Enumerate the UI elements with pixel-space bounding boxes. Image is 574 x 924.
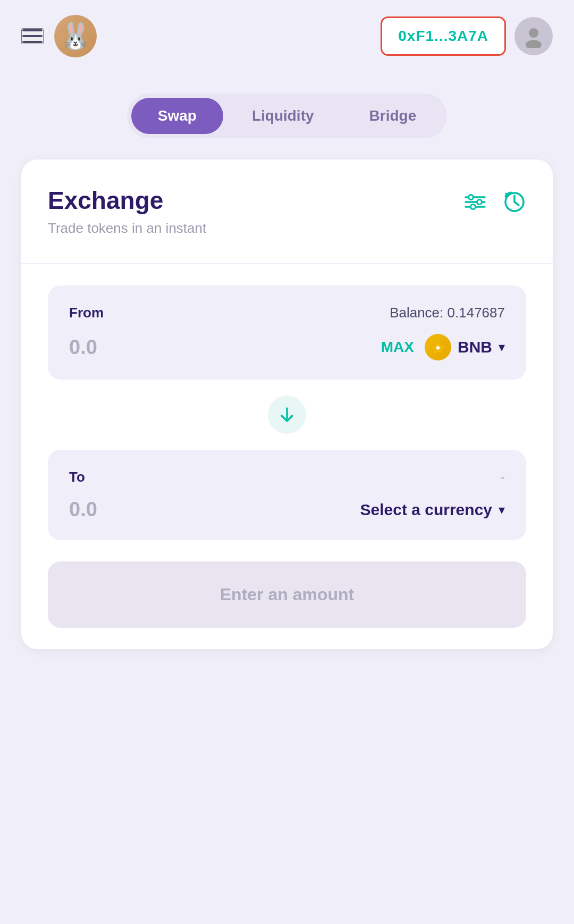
settings-button[interactable] [463, 190, 487, 214]
bnb-token-name: BNB [458, 338, 492, 356]
history-button[interactable] [503, 190, 526, 214]
tab-navigation: Swap Liquidity Bridge [127, 94, 447, 138]
swap-section: From Balance: 0.147687 MAX [48, 264, 526, 649]
settings-icon [463, 190, 487, 214]
select-currency-text: Select a currency [360, 501, 492, 519]
to-label: To [69, 469, 85, 485]
svg-text:◆: ◆ [435, 345, 441, 350]
from-amount-input[interactable] [69, 336, 133, 359]
bnb-token-selector[interactable]: ◆ BNB ▾ [425, 334, 505, 360]
exchange-subtitle: Trade tokens in an instant [48, 220, 463, 237]
to-amount: 0.0 [69, 498, 97, 521]
max-button[interactable]: MAX [381, 339, 414, 356]
enter-amount-button[interactable]: Enter an amount [48, 561, 526, 628]
exchange-title-section: Exchange Trade tokens in an instant [48, 186, 463, 237]
history-icon [503, 190, 526, 214]
bnb-icon: ◆ [425, 334, 451, 360]
to-token-header: To - [69, 469, 505, 485]
from-balance: Balance: 0.147687 [390, 305, 505, 321]
hamburger-menu[interactable] [21, 28, 44, 44]
from-token-right: MAX ◆ BNB ▾ [381, 334, 505, 360]
exchange-title: Exchange [48, 186, 463, 215]
svg-point-1 [526, 40, 542, 48]
from-token-header: From Balance: 0.147687 [69, 305, 505, 321]
to-token-body: 0.0 Select a currency ▾ [69, 498, 505, 521]
swap-arrow-container [48, 380, 526, 450]
from-token-body: MAX ◆ BNB ▾ [69, 334, 505, 360]
wallet-address-text: 0xF1...3A7A [398, 28, 488, 44]
exchange-card: Exchange Trade tokens in an instant [21, 159, 553, 649]
wallet-address-button[interactable]: 0xF1...3A7A [381, 16, 506, 56]
header-left [21, 15, 97, 57]
tab-swap[interactable]: Swap [131, 98, 223, 134]
svg-point-6 [477, 200, 482, 205]
header-right: 0xF1...3A7A [381, 16, 553, 56]
exchange-header: Exchange Trade tokens in an instant [48, 186, 526, 237]
main-content: Exchange Trade tokens in an instant [0, 159, 574, 649]
from-label: From [69, 305, 104, 321]
from-chevron-icon: ▾ [499, 340, 505, 355]
arrow-down-icon [277, 405, 297, 424]
tab-bridge[interactable]: Bridge [343, 98, 443, 134]
tab-liquidity[interactable]: Liquidity [225, 98, 341, 134]
swap-direction-button[interactable] [268, 396, 306, 434]
svg-point-0 [529, 28, 538, 38]
to-token-card: To - 0.0 Select a currency ▾ [48, 450, 526, 540]
to-dash: - [500, 469, 505, 485]
svg-point-5 [469, 195, 474, 200]
svg-point-7 [471, 205, 476, 209]
from-token-card: From Balance: 0.147687 MAX [48, 285, 526, 380]
to-chevron-icon: ▾ [499, 502, 505, 517]
select-currency-button[interactable]: Select a currency ▾ [360, 501, 505, 519]
exchange-actions [463, 186, 526, 214]
app-logo [54, 15, 97, 57]
avatar[interactable] [514, 17, 553, 55]
app-header: 0xF1...3A7A [0, 0, 574, 72]
avatar-icon [522, 24, 545, 48]
